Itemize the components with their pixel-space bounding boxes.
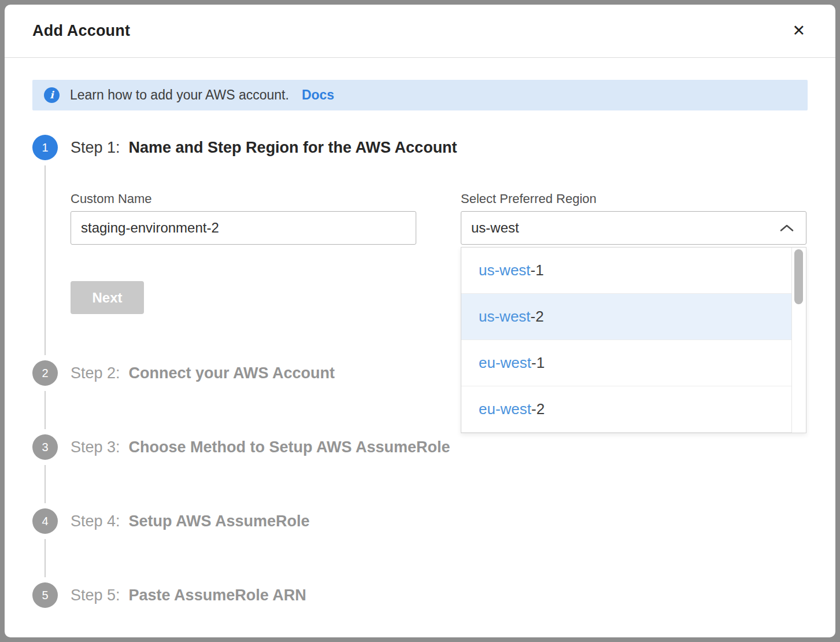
step-4-heading: Step 4: Setup AWS AssumeRole (71, 508, 808, 534)
custom-name-label: Custom Name (71, 191, 416, 206)
region-select[interactable]: us-west (461, 211, 806, 245)
next-button[interactable]: Next (71, 281, 144, 314)
step-5: 5 Step 5: Paste AssumeRole ARN (32, 582, 808, 631)
region-label: Select Preferred Region (461, 191, 806, 206)
info-icon: i (44, 87, 60, 103)
step-1: 1 Step 1: Name and Step Region for the A… (32, 135, 808, 360)
step-connector (45, 165, 46, 355)
dropdown-scrollbar-track (791, 248, 806, 433)
region-option-eu-west-1[interactable]: eu-west-1 (461, 340, 806, 386)
step-4-indicator: 4 (32, 508, 58, 534)
step-3-title: Choose Method to Setup AWS AssumeRole (129, 438, 450, 456)
step-4: 4 Step 4: Setup AWS AssumeRole (32, 508, 808, 582)
step-3-indicator: 3 (32, 434, 58, 460)
region-option-us-west-2[interactable]: us-west-2 (461, 294, 806, 340)
docs-link[interactable]: Docs (302, 87, 334, 103)
step-3-heading: Step 3: Choose Method to Setup AWS Assum… (71, 434, 808, 460)
step-connector (45, 465, 46, 503)
step-connector (45, 391, 46, 429)
step-4-prefix: Step 4: (71, 512, 120, 530)
close-icon: ✕ (792, 22, 805, 39)
step-1-prefix: Step 1: (71, 139, 120, 157)
modal-title: Add Account (32, 22, 130, 40)
step-2-prefix: Step 2: (71, 364, 120, 382)
step-2-title: Connect your AWS Account (129, 364, 335, 382)
modal-content: i Learn how to add your AWS account. Doc… (5, 80, 835, 631)
add-account-modal: Add Account ✕ i Learn how to add your AW… (5, 5, 835, 637)
step-2-rail: 2 (32, 360, 58, 434)
step-3-prefix: Step 3: (71, 438, 120, 456)
step-connector (45, 539, 46, 577)
info-banner: i Learn how to add your AWS account. Doc… (32, 80, 808, 110)
custom-name-input[interactable] (71, 211, 416, 245)
step-5-prefix: Step 5: (71, 586, 120, 604)
step-1-rail: 1 (32, 135, 58, 360)
region-dropdown-panel: us-west-1 us-west-2 eu-west-1 (461, 247, 806, 433)
step-5-indicator: 5 (32, 582, 58, 608)
modal-header: Add Account ✕ (5, 5, 835, 58)
step-2-indicator: 2 (32, 360, 58, 386)
step-3: 3 Step 3: Choose Method to Setup AWS Ass… (32, 434, 808, 508)
step-5-rail: 5 (32, 582, 58, 631)
step-1-heading: Step 1: Name and Step Region for the AWS… (71, 135, 808, 160)
step-1-form: Custom Name Select Preferred Region us-w… (71, 191, 808, 245)
dropdown-scrollbar-thumb[interactable] (794, 249, 803, 304)
region-option-eu-west-2[interactable]: eu-west-2 (461, 386, 806, 433)
step-5-heading: Step 5: Paste AssumeRole ARN (71, 582, 808, 608)
step-3-rail: 3 (32, 434, 58, 508)
step-1-indicator: 1 (32, 135, 58, 160)
stepper: 1 Step 1: Name and Step Region for the A… (32, 135, 808, 631)
step-1-title: Name and Step Region for the AWS Account (129, 139, 457, 157)
step-5-title: Paste AssumeRole ARN (129, 586, 306, 604)
banner-text: Learn how to add your AWS account. (70, 87, 289, 103)
step-4-title: Setup AWS AssumeRole (129, 512, 310, 530)
region-option-us-west-1[interactable]: us-west-1 (461, 248, 806, 294)
step-4-rail: 4 (32, 508, 58, 582)
close-button[interactable]: ✕ (790, 21, 808, 41)
chevron-up-icon (779, 224, 794, 233)
region-select-value: us-west (471, 220, 519, 236)
